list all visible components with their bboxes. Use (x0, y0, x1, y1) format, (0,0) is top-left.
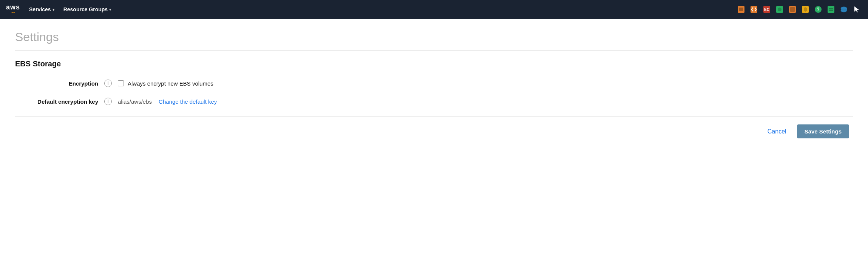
page-title: Settings (15, 30, 853, 44)
key-alias-value: alias/aws/ebs (118, 98, 152, 105)
default-key-info-icon[interactable]: i (104, 98, 112, 105)
cancel-button[interactable]: Cancel (763, 125, 791, 138)
svg-text:EC: EC (764, 8, 769, 12)
pinned-service-icon-5[interactable] (787, 4, 798, 15)
action-bar: Cancel Save Settings (15, 124, 853, 138)
pinned-service-icon-8[interactable] (826, 4, 836, 15)
pinned-service-icon-9[interactable] (839, 4, 849, 15)
pinned-service-icon-1[interactable] (736, 4, 746, 15)
svg-rect-1 (739, 8, 743, 11)
pinned-service-icon-4[interactable] (774, 4, 785, 15)
bottom-divider (15, 117, 853, 117)
svg-rect-13 (829, 8, 833, 9)
save-settings-button[interactable]: Save Settings (797, 124, 849, 138)
svg-rect-14 (829, 10, 833, 11)
nav-service-icons: EC ? (736, 4, 862, 15)
resource-groups-chevron-icon: ▾ (109, 8, 111, 12)
aws-logo[interactable]: aws ∼ (6, 4, 20, 15)
settings-form: Encryption i Always encrypt new EBS volu… (15, 80, 853, 105)
aws-smile-icon: ∼ (11, 10, 15, 15)
encryption-control: Always encrypt new EBS volumes (118, 80, 213, 87)
default-key-row: Default encryption key i alias/aws/ebs C… (23, 98, 845, 105)
services-nav-item[interactable]: Services ▾ (26, 5, 57, 14)
main-content: Settings EBS Storage Encryption i Always… (0, 19, 868, 150)
section-title: EBS Storage (15, 60, 853, 68)
services-label: Services (29, 6, 51, 12)
title-divider (15, 50, 853, 51)
svg-rect-8 (790, 7, 795, 12)
svg-point-18 (841, 9, 847, 12)
pinned-service-icon-3[interactable]: EC (761, 4, 772, 15)
encrypt-volumes-checkbox[interactable] (118, 80, 124, 86)
change-default-key-link[interactable]: Change the default key (159, 98, 217, 105)
svg-point-6 (778, 8, 782, 11)
pinned-service-icon-2[interactable] (749, 4, 759, 15)
services-chevron-icon: ▾ (53, 8, 54, 12)
pinned-service-icon-7[interactable]: ? (813, 4, 823, 15)
svg-text:?: ? (817, 7, 819, 12)
resource-groups-nav-item[interactable]: Resource Groups ▾ (60, 5, 114, 14)
top-navigation: aws ∼ Services ▾ Resource Groups ▾ EC (0, 0, 868, 19)
resource-groups-label: Resource Groups (63, 6, 108, 12)
default-key-control: alias/aws/ebs Change the default key (118, 98, 217, 105)
encryption-label: Encryption (23, 80, 98, 87)
encryption-row: Encryption i Always encrypt new EBS volu… (23, 80, 845, 87)
cursor-icon[interactable] (851, 4, 862, 15)
encrypt-volumes-label: Always encrypt new EBS volumes (128, 80, 213, 87)
pinned-service-icon-6[interactable] (800, 4, 811, 15)
default-key-label: Default encryption key (23, 98, 98, 105)
encryption-info-icon[interactable]: i (104, 80, 112, 87)
